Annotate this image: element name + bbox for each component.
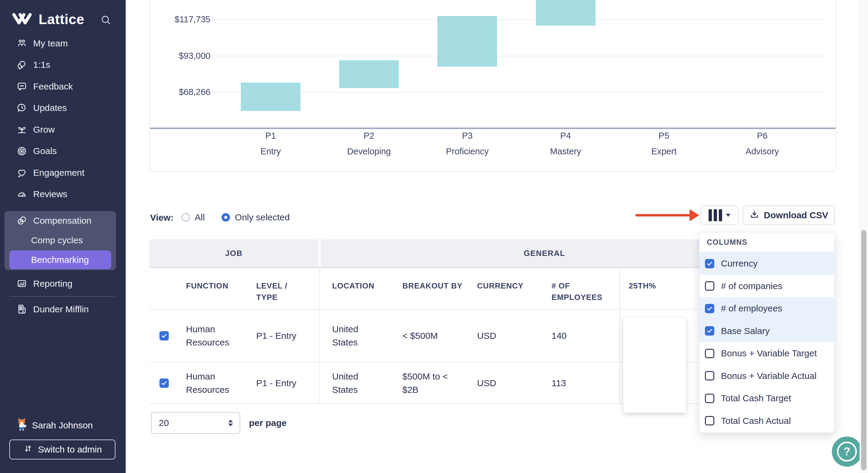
building-icon (16, 303, 27, 315)
sidebar-item-engagement[interactable]: Engagement (0, 162, 126, 184)
chart-gridline (200, 19, 826, 20)
columns-dropdown: COLUMNS Currency# of companies# of emplo… (699, 232, 835, 433)
columns-option--of-employees[interactable]: # of employees (700, 297, 835, 320)
columns-option-currency[interactable]: Currency (700, 252, 835, 275)
per-page-label: per page (249, 418, 287, 428)
checkbox-unchecked-icon[interactable] (705, 371, 714, 380)
columns-option-base-salary[interactable]: Base Salary (700, 320, 835, 343)
view-radio-only-selected[interactable]: Only selected (221, 212, 290, 223)
select-carets-icon (228, 420, 233, 426)
column-header-breakout-by: BREAKOUT BY (402, 280, 472, 292)
row-checkbox-checked[interactable] (159, 331, 169, 341)
fox-avatar (17, 417, 27, 433)
sidebar-item-org[interactable]: Dunder Mifflin (0, 298, 126, 320)
one-on-ones-icon (16, 59, 27, 70)
feedback-icon (16, 81, 27, 92)
switch-to-admin-button[interactable]: Switch to admin (9, 440, 116, 460)
user-name: Sarah Johnson (32, 420, 93, 431)
columns-button[interactable] (701, 206, 738, 225)
x-axis-category-sublabel: Advisory (745, 147, 779, 156)
radio-unselected-icon[interactable] (181, 213, 190, 221)
x-axis-category-sublabel: Entry (260, 147, 281, 156)
team-icon (16, 38, 27, 49)
columns-option-bonus-variable-target[interactable]: Bonus + Variable Target (700, 342, 835, 365)
columns-option-label: Currency (721, 258, 758, 269)
checkbox-unchecked-icon[interactable] (705, 416, 714, 425)
scrollbar-thumb[interactable] (861, 230, 867, 470)
help-button[interactable]: ? (832, 437, 862, 467)
compensation-subitems: Comp cyclesBenchmarking (4, 230, 116, 269)
cell-location: United States (332, 370, 373, 396)
annotation-arrow (635, 214, 691, 216)
sidebar-item-label: Updates (33, 103, 67, 113)
sidebar-nav: My team1:1sFeedbackUpdatesGrowGoalsEngag… (0, 33, 126, 205)
download-csv-button[interactable]: Download CSV (743, 206, 835, 225)
sidebar-item-benchmarking[interactable]: Benchmarking (9, 250, 111, 269)
columns-option-total-cash-actual[interactable]: Total Cash Actual (700, 410, 835, 432)
range-bar-p3 (437, 16, 497, 67)
view-label: View: (150, 212, 174, 223)
cell-currency: USD (477, 329, 516, 343)
cell-employees: 140 (552, 329, 600, 343)
range-bar-p1 (241, 83, 301, 111)
view-radio-group: AllOnly selected (181, 210, 290, 225)
cell-location: United States (332, 323, 373, 349)
sidebar-item-feedback[interactable]: Feedback (0, 76, 126, 97)
page-size-value: 20 (159, 418, 169, 428)
sidebar-item-label: 1:1s (33, 60, 50, 70)
cell-employees: 113 (552, 377, 600, 390)
columns-option--of-companies[interactable]: # of companies (700, 275, 835, 298)
view-radio-all[interactable]: All (181, 212, 205, 223)
caret-down-icon (726, 214, 731, 217)
sidebar-item-reviews[interactable]: Reviews (0, 184, 126, 205)
radio-selected-icon[interactable] (221, 213, 230, 221)
logo: Lattice (11, 11, 84, 28)
download-icon (749, 209, 760, 221)
checkbox-unchecked-icon[interactable] (705, 281, 714, 291)
compensation-icon (16, 215, 27, 227)
column-header-function: FUNCTION (186, 280, 249, 292)
sidebar-item-compensation[interactable]: Compensation (4, 211, 116, 230)
search-icon[interactable] (100, 14, 112, 27)
cell-function: Human Resources (186, 370, 245, 396)
columns-option-label: Total Cash Target (721, 393, 791, 403)
sidebar-item-updates[interactable]: Updates (0, 97, 126, 119)
x-axis-category-label: P3 (462, 131, 472, 141)
sidebar-item-label: Goals (33, 146, 57, 156)
x-axis-category-label: P5 (658, 131, 669, 141)
user-row[interactable]: Sarah Johnson (17, 417, 93, 433)
cell-currency: USD (477, 377, 516, 390)
sidebar-item-1-1s[interactable]: 1:1s (0, 54, 126, 76)
checkbox-checked-icon[interactable] (705, 326, 714, 335)
sidebar-item-label: Feedback (33, 81, 73, 92)
row-checkbox-checked[interactable] (159, 378, 169, 388)
checkbox-unchecked-icon[interactable] (705, 349, 714, 358)
column-header-location: LOCATION (332, 280, 393, 292)
radio-label: Only selected (235, 212, 290, 223)
checkbox-checked-icon[interactable] (705, 304, 714, 313)
x-axis-category-sublabel: Developing (347, 147, 391, 156)
columns-option-label: Base Salary (721, 326, 770, 336)
x-axis-category-label: P2 (364, 131, 374, 141)
column-header-25th-: 25TH% (629, 280, 689, 292)
engagement-icon (16, 167, 27, 178)
checkbox-checked-icon[interactable] (705, 259, 714, 268)
grow-icon (16, 124, 27, 135)
reporting-icon (16, 278, 27, 289)
group-header-job: JOB (150, 239, 318, 267)
sidebar-item-comp-cycles[interactable]: Comp cycles (4, 230, 116, 250)
columns-dropdown-items: Currency# of companies# of employeesBase… (700, 252, 835, 432)
cell-function: Human Resources (186, 323, 245, 349)
salary-range-chart: $117,735$93,000$68,266P1EntryP2Developin… (150, 0, 836, 172)
columns-option-total-cash-target[interactable]: Total Cash Target (700, 387, 835, 410)
columns-option-label: Total Cash Actual (721, 416, 791, 426)
sidebar-item-reporting[interactable]: Reporting (0, 273, 126, 295)
sidebar-item-label: Engagement (33, 168, 84, 178)
columns-option-bonus-variable-actual[interactable]: Bonus + Variable Actual (700, 365, 835, 387)
sidebar-item-grow[interactable]: Grow (0, 119, 126, 141)
page-size-select[interactable]: 20 (151, 412, 240, 434)
sidebar-item-my-team[interactable]: My team (0, 33, 126, 54)
checkbox-unchecked-icon[interactable] (705, 394, 714, 403)
column-header--of-employees: # OF EMPLOYEES (552, 280, 606, 303)
sidebar-item-goals[interactable]: Goals (0, 141, 126, 162)
